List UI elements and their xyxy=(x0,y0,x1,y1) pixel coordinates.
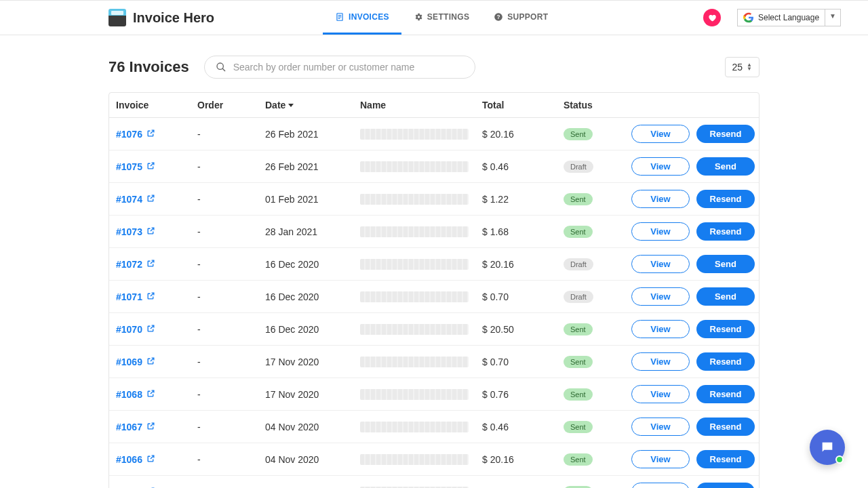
table-row: #1076-26 Feb 2021$ 20.16SentViewResend xyxy=(109,118,759,150)
view-button[interactable]: View xyxy=(631,483,690,488)
brand[interactable]: Invoice Hero xyxy=(108,9,214,26)
name-cell xyxy=(360,194,482,205)
send-button[interactable]: Send xyxy=(696,255,755,273)
order-cell: - xyxy=(197,357,265,367)
resend-button[interactable]: Resend xyxy=(696,190,755,208)
col-date[interactable]: Date xyxy=(265,100,360,110)
invoice-link[interactable]: #1075 xyxy=(116,161,197,172)
svg-text:?: ? xyxy=(497,14,500,20)
date-cell: 01 Feb 2021 xyxy=(265,194,360,205)
resend-button[interactable]: Resend xyxy=(696,418,755,436)
invoice-number: #1076 xyxy=(116,129,142,140)
invoice-number: #1075 xyxy=(116,161,142,172)
col-name[interactable]: Name xyxy=(360,100,482,110)
invoice-number: #1070 xyxy=(116,324,142,335)
resend-button[interactable]: Resend xyxy=(696,222,755,241)
order-cell: - xyxy=(197,324,265,335)
order-cell: - xyxy=(197,389,265,400)
table-row: #1072-16 Dec 2020$ 20.16DraftViewSend xyxy=(109,248,759,281)
view-button[interactable]: View xyxy=(631,222,690,241)
invoice-link[interactable]: #1070 xyxy=(116,324,197,335)
date-cell: 26 Feb 2021 xyxy=(265,161,360,172)
resend-button[interactable]: Resend xyxy=(696,385,755,403)
view-button[interactable]: View xyxy=(631,255,690,273)
external-link-icon xyxy=(146,194,155,205)
invoice-link[interactable]: #1066 xyxy=(116,454,197,465)
resend-button[interactable]: Resend xyxy=(696,450,755,468)
nav-settings[interactable]: SETTINGS xyxy=(401,1,481,35)
search-box[interactable] xyxy=(204,56,475,79)
date-cell: 04 Nov 2020 xyxy=(265,454,360,465)
date-cell: 16 Dec 2020 xyxy=(265,324,360,335)
view-button[interactable]: View xyxy=(631,352,690,371)
col-order[interactable]: Order xyxy=(197,100,265,110)
view-button[interactable]: View xyxy=(631,125,690,143)
redacted-name xyxy=(360,226,469,237)
invoice-number: #1073 xyxy=(116,226,142,237)
invoice-link[interactable]: #1076 xyxy=(116,129,197,140)
invoice-link[interactable]: #1069 xyxy=(116,357,197,367)
redacted-name xyxy=(360,324,469,335)
invoice-number: #1067 xyxy=(116,422,142,432)
table-row: #1075-26 Feb 2021$ 0.46DraftViewSend xyxy=(109,150,759,183)
page-header: 76 Invoices 25 ▲▼ xyxy=(108,56,760,79)
chat-widget[interactable] xyxy=(810,430,845,465)
view-button[interactable]: View xyxy=(631,418,690,436)
col-invoice[interactable]: Invoice xyxy=(116,100,197,110)
name-cell xyxy=(360,161,482,172)
table-row: #1070-16 Dec 2020$ 20.50SentViewResend xyxy=(109,313,759,346)
resend-button[interactable]: Resend xyxy=(696,320,755,338)
send-button[interactable]: Send xyxy=(696,287,755,306)
invoice-link[interactable]: #1073 xyxy=(116,226,197,237)
view-button[interactable]: View xyxy=(631,287,690,306)
invoice-link[interactable]: #1067 xyxy=(116,422,197,432)
per-page-select[interactable]: 25 ▲▼ xyxy=(725,57,760,77)
help-icon: ? xyxy=(494,12,503,22)
total-cell: $ 20.16 xyxy=(482,129,564,140)
resend-button[interactable]: Resend xyxy=(696,483,755,488)
status-cell: Draft xyxy=(564,258,631,270)
language-selector[interactable]: Select Language ▼ xyxy=(737,9,841,26)
send-button[interactable]: Send xyxy=(696,157,755,176)
total-cell: $ 20.50 xyxy=(482,324,564,335)
actions-cell: ViewResend xyxy=(631,418,755,436)
nav-invoices[interactable]: INVOICES xyxy=(323,1,401,35)
invoice-link[interactable]: #1074 xyxy=(116,194,197,205)
total-cell: $ 0.46 xyxy=(482,161,564,172)
col-status[interactable]: Status xyxy=(564,100,631,110)
resend-button[interactable]: Resend xyxy=(696,352,755,371)
total-cell: $ 0.70 xyxy=(482,357,564,367)
name-cell xyxy=(360,324,482,335)
redacted-name xyxy=(360,129,469,140)
logo-icon xyxy=(108,9,126,26)
view-button[interactable]: View xyxy=(631,450,690,468)
status-badge: Sent xyxy=(564,486,593,489)
table-row: #1065-04 Nov 2020$ 0.76SentViewResend xyxy=(109,476,759,488)
resend-button[interactable]: Resend xyxy=(696,125,755,143)
page-title: 76 Invoices xyxy=(108,58,189,76)
table-row: #1071-16 Dec 2020$ 0.70DraftViewSend xyxy=(109,281,759,313)
order-cell: - xyxy=(197,129,265,140)
view-button[interactable]: View xyxy=(631,385,690,403)
invoice-number: #1069 xyxy=(116,357,142,367)
view-button[interactable]: View xyxy=(631,190,690,208)
status-badge: Sent xyxy=(564,193,593,205)
search-input[interactable] xyxy=(233,62,464,73)
view-button[interactable]: View xyxy=(631,320,690,338)
invoice-link[interactable]: #1068 xyxy=(116,389,197,400)
total-cell: $ 0.70 xyxy=(482,291,564,302)
sort-desc-icon xyxy=(288,104,294,107)
total-cell: $ 20.16 xyxy=(482,259,564,270)
order-cell: - xyxy=(197,161,265,172)
external-link-icon xyxy=(146,454,155,465)
actions-cell: ViewResend xyxy=(631,450,755,468)
favorite-button[interactable] xyxy=(703,9,721,26)
svg-point-6 xyxy=(217,63,223,69)
col-total[interactable]: Total xyxy=(482,100,564,110)
external-link-icon xyxy=(146,422,155,432)
nav-support[interactable]: ? SUPPORT xyxy=(481,1,560,35)
name-cell xyxy=(360,357,482,367)
invoice-link[interactable]: #1072 xyxy=(116,259,197,270)
invoice-link[interactable]: #1071 xyxy=(116,291,197,302)
view-button[interactable]: View xyxy=(631,157,690,176)
